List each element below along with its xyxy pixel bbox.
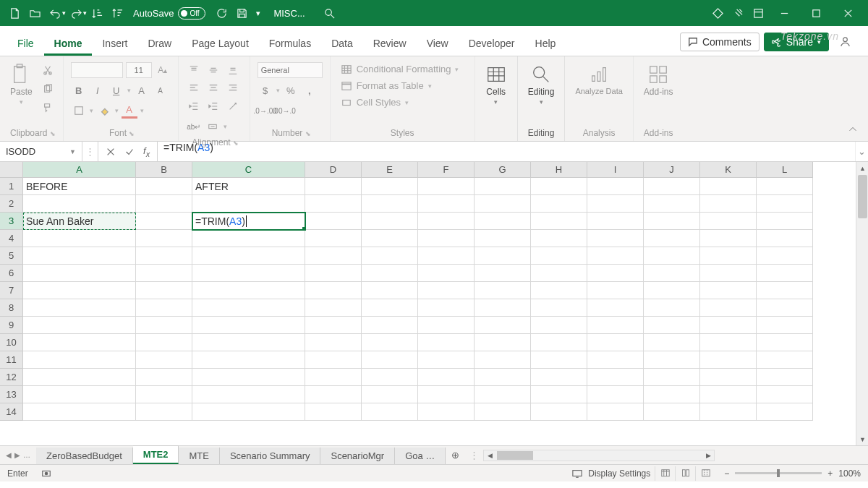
expand-formula-bar-icon[interactable]: ⌄: [855, 142, 868, 161]
cell-B3[interactable]: [136, 213, 192, 230]
cell-H3[interactable]: [531, 213, 587, 230]
border-icon[interactable]: [71, 103, 87, 119]
clipboard-launcher-icon[interactable]: ⬊: [50, 130, 56, 137]
tab-page-layout[interactable]: Page Layout: [182, 30, 259, 56]
cell-B12[interactable]: [136, 369, 192, 386]
wrap-text-icon[interactable]: ab↵: [186, 119, 202, 134]
cell-D9[interactable]: [305, 317, 362, 334]
tab-help[interactable]: Help: [525, 30, 566, 56]
cell-J13[interactable]: [644, 386, 700, 403]
cell-E6[interactable]: [362, 265, 418, 282]
percent-icon[interactable]: %: [283, 82, 299, 98]
increase-decimal-icon[interactable]: .0→.00: [258, 103, 273, 119]
cell-C2[interactable]: [192, 195, 305, 213]
cell-A3[interactable]: Sue Ann Baker: [23, 213, 136, 230]
column-header[interactable]: D: [305, 162, 362, 178]
column-header[interactable]: I: [587, 162, 644, 178]
format-painter-icon[interactable]: [40, 100, 56, 116]
cell-H12[interactable]: [531, 369, 587, 386]
cell-K1[interactable]: [700, 178, 757, 195]
cell-E8[interactable]: [362, 299, 418, 317]
cell-G2[interactable]: [475, 195, 531, 213]
cell-I1[interactable]: [587, 178, 644, 195]
row-header[interactable]: 10: [0, 334, 23, 351]
cell-K2[interactable]: [700, 195, 757, 213]
cell-G10[interactable]: [475, 334, 531, 351]
cell-L5[interactable]: [757, 247, 813, 265]
refresh-icon[interactable]: [211, 3, 231, 23]
cell-H1[interactable]: [531, 178, 587, 195]
align-center-icon[interactable]: [205, 80, 221, 96]
zoom-in-icon[interactable]: +: [827, 468, 833, 479]
cell-J7[interactable]: [644, 282, 700, 299]
cell-C9[interactable]: [192, 317, 305, 334]
cell-K10[interactable]: [700, 334, 757, 351]
undo-icon[interactable]: [45, 3, 65, 23]
select-all-corner[interactable]: [0, 162, 23, 178]
cell-D13[interactable]: [305, 386, 362, 403]
italic-icon[interactable]: I: [90, 82, 106, 98]
cell-H7[interactable]: [531, 282, 587, 299]
sheet-more-icon[interactable]: …: [23, 451, 30, 459]
align-middle-icon[interactable]: [205, 62, 221, 78]
formula-input[interactable]: =TRIM(A3): [158, 142, 855, 161]
underline-icon[interactable]: U: [109, 82, 124, 98]
cell-A4[interactable]: [23, 230, 136, 247]
cell-L6[interactable]: [757, 265, 813, 282]
add-sheet-icon[interactable]: ⊕: [446, 450, 465, 461]
sheet-tab[interactable]: Goa …: [395, 448, 446, 464]
column-header[interactable]: J: [644, 162, 700, 178]
cell-D12[interactable]: [305, 369, 362, 386]
cell-L10[interactable]: [757, 334, 813, 351]
row-header[interactable]: 8: [0, 299, 23, 317]
sheet-tab[interactable]: ZeroBasedBudget: [36, 448, 133, 464]
cell-L8[interactable]: [757, 299, 813, 317]
cell-G6[interactable]: [475, 265, 531, 282]
analyze-data-button[interactable]: Analyze Data: [572, 62, 625, 97]
cell-J4[interactable]: [644, 230, 700, 247]
cell-C6[interactable]: [192, 265, 305, 282]
cell-K12[interactable]: [700, 369, 757, 386]
sort-asc-icon[interactable]: [87, 3, 107, 23]
cell-H6[interactable]: [531, 265, 587, 282]
shrink-font-icon[interactable]: A: [153, 82, 169, 98]
cell-B10[interactable]: [136, 334, 192, 351]
cell-J6[interactable]: [644, 265, 700, 282]
save-icon[interactable]: [231, 3, 252, 23]
cell-F4[interactable]: [418, 230, 475, 247]
cell-E12[interactable]: [362, 369, 418, 386]
cell-B13[interactable]: [136, 386, 192, 403]
display-settings-label[interactable]: Display Settings: [588, 468, 650, 479]
sheet-tab[interactable]: ScenarioMgr: [320, 448, 395, 464]
display-settings-icon[interactable]: [569, 466, 585, 481]
page-break-view-icon[interactable]: [695, 466, 715, 481]
horizontal-scrollbar[interactable]: ◀ ▶: [483, 450, 715, 461]
cell-A13[interactable]: [23, 386, 136, 403]
cell-D14[interactable]: [305, 403, 362, 421]
font-color-icon[interactable]: A: [122, 103, 137, 119]
cell-L13[interactable]: [757, 386, 813, 403]
cell-G4[interactable]: [475, 230, 531, 247]
column-header[interactable]: C: [192, 162, 305, 178]
sheet-tab[interactable]: Scenario Summary: [220, 448, 321, 464]
close-icon[interactable]: [832, 0, 864, 26]
maximize-icon[interactable]: [800, 0, 832, 26]
cell-E11[interactable]: [362, 351, 418, 369]
cell-G13[interactable]: [475, 386, 531, 403]
cell-G7[interactable]: [475, 282, 531, 299]
cell-E7[interactable]: [362, 282, 418, 299]
cell-D10[interactable]: [305, 334, 362, 351]
cell-C10[interactable]: [192, 334, 305, 351]
cells-button[interactable]: Cells ▾: [482, 62, 510, 107]
number-format-select[interactable]: [258, 62, 323, 78]
cell-J9[interactable]: [644, 317, 700, 334]
cell-K6[interactable]: [700, 265, 757, 282]
redo-icon[interactable]: [66, 3, 86, 23]
grow-font-icon[interactable]: A: [134, 82, 150, 98]
cell-I3[interactable]: [587, 213, 644, 230]
cell-C14[interactable]: [192, 403, 305, 421]
sheet-tab[interactable]: MTE2: [133, 445, 179, 464]
cell-I8[interactable]: [587, 299, 644, 317]
cell-G14[interactable]: [475, 403, 531, 421]
cell-I11[interactable]: [587, 351, 644, 369]
